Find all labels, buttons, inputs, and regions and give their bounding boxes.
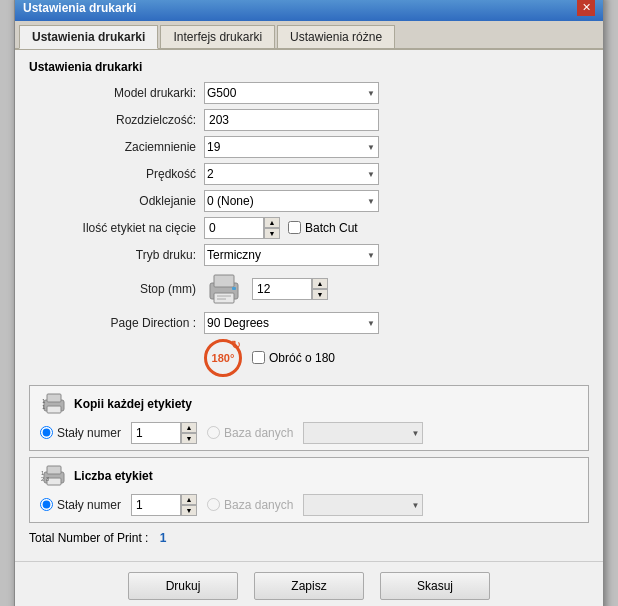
form-area: Model drukarki: G500 Rozdzielczość: [29, 82, 589, 377]
stop-control: ▲ ▼ [204, 271, 589, 307]
stop-spinner: ▲ ▼ [252, 278, 328, 300]
cancel-button[interactable]: Skasuj [380, 572, 490, 600]
main-window: Ustawienia drukarki ✕ Ustawienia drukark… [14, 0, 604, 606]
labels-cut-label: Ilość etykiet na cięcie [49, 221, 204, 235]
labels-box: 1 2 3 Liczba etykiet Stały numer ▲ ▼ [29, 457, 589, 523]
darkness-label: Zaciemnienie [49, 140, 204, 154]
speed-select[interactable]: 2 [204, 163, 379, 185]
copies-db-radio-label[interactable]: Baza danych [207, 426, 293, 440]
stop-input[interactable] [252, 278, 312, 300]
copies-box-row: Stały numer ▲ ▼ Baza danych [40, 422, 578, 444]
copies-box-header: 1 1 Kopii każdej etykiety [40, 392, 578, 416]
resolution-control [204, 109, 589, 131]
copies-box-title: Kopii każdej etykiety [74, 397, 192, 411]
svg-text:3: 3 [46, 476, 49, 482]
tab-bar: Ustawienia drukarki Interfejs drukarki U… [15, 21, 603, 50]
tab-printer-settings[interactable]: Ustawienia drukarki [19, 25, 158, 49]
svg-rect-1 [214, 275, 234, 287]
copies-fixed-radio[interactable] [40, 426, 53, 439]
copies-box-icon: 1 1 [40, 392, 68, 416]
total-value: 1 [160, 531, 167, 545]
model-control: G500 [204, 82, 589, 104]
labels-cut-spinner: ▲ ▼ [204, 217, 280, 239]
copies-db-select[interactable] [303, 422, 423, 444]
svg-rect-2 [214, 293, 234, 303]
row-darkness: Zaciemnienie 19 [49, 136, 589, 158]
total-label: Total Number of Print : [29, 531, 148, 545]
labels-spinner: ▲ ▼ [131, 494, 197, 516]
darkness-select-wrapper: 19 [204, 136, 379, 158]
resolution-input[interactable] [204, 109, 379, 131]
labels-db-radio-label[interactable]: Baza danych [207, 498, 293, 512]
close-button[interactable]: ✕ [577, 0, 595, 16]
batch-cut-area: Batch Cut [288, 221, 358, 235]
labels-cut-control: ▲ ▼ Batch Cut [204, 217, 589, 239]
page-direction-select[interactable]: 90 Degrees [204, 312, 379, 334]
peel-select-wrapper: 0 (None) [204, 190, 379, 212]
section-title: Ustawienia drukarki [29, 60, 589, 74]
total-row: Total Number of Print : 1 [29, 531, 589, 545]
labels-up-btn[interactable]: ▲ [181, 494, 197, 505]
svg-rect-12 [47, 466, 61, 474]
window-title: Ustawienia drukarki [23, 1, 136, 15]
rotate-degrees: 180° [212, 352, 235, 364]
row-model: Model drukarki: G500 [49, 82, 589, 104]
batch-cut-label: Batch Cut [305, 221, 358, 235]
tab-printer-interface[interactable]: Interfejs drukarki [160, 25, 275, 48]
labels-db-label: Baza danych [224, 498, 293, 512]
rotate-arrow-icon: ↻ [231, 338, 241, 352]
resolution-label: Rozdzielczość: [49, 113, 204, 127]
labels-down-btn[interactable]: ▼ [181, 505, 197, 516]
tab-various-settings[interactable]: Ustawienia różne [277, 25, 395, 48]
labels-box-header: 1 2 3 Liczba etykiet [40, 464, 578, 488]
row-labels-cut: Ilość etykiet na cięcie ▲ ▼ Batch Cut [49, 217, 589, 239]
speed-select-wrapper: 2 [204, 163, 379, 185]
labels-cut-down-btn[interactable]: ▼ [264, 228, 280, 239]
batch-cut-checkbox[interactable] [288, 221, 301, 234]
speed-label: Prędkość [49, 167, 204, 181]
model-select[interactable]: G500 [204, 82, 379, 104]
labels-fixed-radio[interactable] [40, 498, 53, 511]
labels-input[interactable] [131, 494, 181, 516]
save-button[interactable]: Zapisz [254, 572, 364, 600]
stop-down-btn[interactable]: ▼ [312, 289, 328, 300]
row-page-direction: Page Direction : 90 Degrees [49, 312, 589, 334]
darkness-select[interactable]: 19 [204, 136, 379, 158]
print-mode-select-wrapper: Termiczny [204, 244, 379, 266]
labels-cut-up-btn[interactable]: ▲ [264, 217, 280, 228]
rotate-icon: 180° ↻ [204, 339, 242, 377]
row-rotate: 180° ↻ Obróć o 180 [49, 339, 589, 377]
svg-text:2: 2 [41, 476, 44, 482]
title-bar: Ustawienia drukarki ✕ [15, 0, 603, 21]
peel-select[interactable]: 0 (None) [204, 190, 379, 212]
row-stop: Stop (mm) ▲ ▼ [49, 271, 589, 307]
printer-icon [204, 271, 244, 307]
labels-db-select[interactable] [303, 494, 423, 516]
labels-fixed-radio-label[interactable]: Stały numer [40, 498, 121, 512]
page-direction-select-wrapper: 90 Degrees [204, 312, 379, 334]
stop-up-btn[interactable]: ▲ [312, 278, 328, 289]
copies-spinner: ▲ ▼ [131, 422, 197, 444]
copies-db-radio[interactable] [207, 426, 220, 439]
print-button[interactable]: Drukuj [128, 572, 238, 600]
copies-input[interactable] [131, 422, 181, 444]
labels-fixed-label: Stały numer [57, 498, 121, 512]
labels-db-radio[interactable] [207, 498, 220, 511]
page-direction-label: Page Direction : [49, 316, 204, 330]
speed-control: 2 [204, 163, 589, 185]
darkness-control: 19 [204, 136, 589, 158]
copies-printer-icon: 1 1 [40, 392, 68, 416]
peel-label: Odklejanie [49, 194, 204, 208]
copies-fixed-radio-label[interactable]: Stały numer [40, 426, 121, 440]
copies-fixed-label: Stały numer [57, 426, 121, 440]
svg-rect-7 [47, 394, 61, 402]
print-mode-select[interactable]: Termiczny [204, 244, 379, 266]
labels-cut-input[interactable] [204, 217, 264, 239]
model-select-wrapper: G500 [204, 82, 379, 104]
copies-down-btn[interactable]: ▼ [181, 433, 197, 444]
labels-cut-spinner-buttons: ▲ ▼ [264, 217, 280, 239]
rotate-checkbox[interactable] [252, 351, 265, 364]
labels-box-row: Stały numer ▲ ▼ Baza danych [40, 494, 578, 516]
copies-spinner-buttons: ▲ ▼ [181, 422, 197, 444]
copies-up-btn[interactable]: ▲ [181, 422, 197, 433]
